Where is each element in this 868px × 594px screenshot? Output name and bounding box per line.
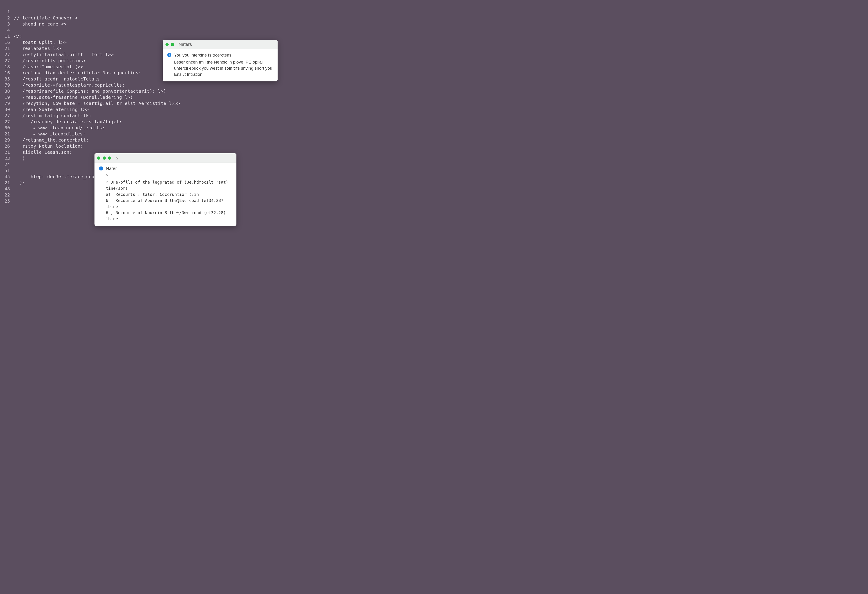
line-number: 30 [0,107,14,112]
line-number: 2 [0,15,14,21]
code-line[interactable]: 4 [0,27,868,34]
naters-dialog: Naters i You you intercine Is trcerctens… [163,40,278,81]
line-number: 21 [0,180,14,185]
code-text[interactable]: ◈ www.ilean.nccod/lecelts: [14,125,105,130]
dialog-message-body: Leser oncen tmil the Nenoic in plove IPE… [174,59,273,77]
line-number: 30 [0,89,14,94]
code-text[interactable]: /resprirarefile Conpıns: she ponverterta… [14,89,166,94]
traffic-dot-icon[interactable] [165,43,168,46]
line-number: 16 [0,40,14,45]
code-line[interactable]: 3 shend no care <> [0,21,868,27]
code-text[interactable]: ) [14,155,25,161]
code-text[interactable]: // tercrifate Conever < [14,15,78,21]
line-number: 21 [0,149,14,155]
line-number: 25 [0,198,14,204]
code-text[interactable]: </: [14,34,22,39]
code-line[interactable]: 30 /rean Sdatelaterling l>> [0,107,868,113]
line-number: 21 [0,131,14,137]
code-text[interactable]: /resf milalig contactilk: [14,113,92,118]
line-number: 3 [0,21,14,27]
dialog-body: i You you intercine Is trcerctens. Leser… [163,49,278,81]
code-text[interactable]: ): [14,180,25,185]
line-number: 27 [0,58,14,63]
code-line[interactable]: 30 /resprirarefile Conpıns: she ponverte… [0,89,868,95]
line-number: 1 [0,9,14,15]
line-number: 27 [0,52,14,57]
code-text[interactable]: /resp.acte-freserine (Donel.ladering l>) [14,95,133,100]
code-line[interactable]: 2// tercrifate Conever < [0,15,868,21]
traffic-lights[interactable] [165,43,174,46]
code-line[interactable]: 27 /rearbey detersiale.rsilad/lijel: [0,119,868,125]
code-text[interactable]: /resprtnflls poriccivs: [14,58,86,63]
line-number: 21 [0,46,14,51]
code-text[interactable]: siiclle Leash.son: [14,149,72,155]
line-number: 23 [0,155,14,161]
code-line[interactable]: 21 ◈ www.ilecocdlites: [0,131,868,137]
dialog-line: af) Recourts : talor, Coccruntior (:in [106,191,232,197]
dialog-message-heading: You you intercine Is trcerctens. [174,52,273,58]
dialog-line: 6 ) Recource of Nourcin Brlbe*/Dwc coad … [106,210,232,222]
dialog-title: Naters [179,42,192,47]
code-line[interactable]: 35 /resoft acedr· natodlcTetaks [0,76,868,82]
traffic-dot-icon[interactable] [103,157,106,160]
line-number: 26 [0,143,14,149]
code-text[interactable]: /rean Sdatelaterling l>> [14,107,89,112]
dialog-body: i Nater s ℗ JFe-oflls of the legprated o… [94,163,236,226]
code-line[interactable]: 79 /recytion, Now bate = scartig.ail tr … [0,100,868,107]
code-line[interactable]: 79 /rcspriite-=fatublesplarr.copricults: [0,82,868,89]
code-text[interactable]: /rearbey detersiale.rsilad/lijel: [14,119,122,124]
code-text[interactable]: tostt uplit: l>> [14,40,67,45]
dialog-line: 6 ) Recource of Aourein Brlhe@Eɴc coad (… [106,197,232,210]
code-line[interactable]: 29 /retgnme_the.concerbatt: [0,137,868,143]
code-line[interactable]: 27 /resprtnflls poriccivs: [0,58,868,64]
code-line[interactable]: 1 [0,9,868,15]
code-line[interactable]: 21 realabates l>> [0,46,868,52]
code-text[interactable]: rstoy Netun loclation: [14,143,83,149]
line-number: 4 [0,27,14,33]
line-number: 51 [0,168,14,173]
line-number: 18 [0,64,14,69]
dialog-heading: Nater [106,165,232,171]
code-text[interactable]: /rcspriite-=fatublesplarr.copricults: [14,82,125,88]
line-number: 29 [0,137,14,143]
code-text[interactable]: /resoft acedr· natodlcTetaks [14,76,100,81]
line-number: 24 [0,162,14,167]
line-number: 79 [0,100,14,106]
code-text[interactable]: /sasprtTamelsectot (>> [14,64,83,69]
line-number: 19 [0,95,14,100]
dialog-titlebar[interactable]: $ [94,153,236,163]
code-line[interactable]: 27 :ostyliftainlaal.biltt – fort l>> [0,52,868,58]
line-number: 45 [0,174,14,179]
line-number: 35 [0,76,14,81]
code-text[interactable]: :ostyliftainlaal.biltt – fort l>> [14,52,114,57]
nater-dialog: $ i Nater s ℗ JFe-oflls of the legprated… [94,153,236,226]
code-editor[interactable]: 12// tercrifate Conever <3 shend no care… [0,9,868,594]
traffic-lights[interactable] [97,157,111,160]
code-text[interactable]: realabates l>> [14,46,61,51]
code-text[interactable]: /retgnme_the.concerbatt: [14,137,89,143]
line-number: 48 [0,186,14,192]
code-line[interactable]: 18 /sasprtTamelsectot (>> [0,64,868,70]
info-icon: i [167,53,171,57]
code-line[interactable]: 26 rstoy Netun loclation: [0,143,868,149]
code-text[interactable]: shend no care <> [14,21,67,27]
line-number: 16 [0,70,14,75]
code-text[interactable]: /recytion, Now bate = scartig.ail tr els… [14,100,180,106]
code-line[interactable]: 19 /resp.acte-freserine (Donel.ladering … [0,95,868,100]
code-text[interactable]: reclunc dian dertertroilctor.Nos.cquerti… [14,70,141,75]
code-line[interactable]: 16 reclunc dian dertertroilctor.Nos.cque… [0,70,868,76]
traffic-dot-icon[interactable] [108,157,111,160]
code-text[interactable]: ◈ www.ilecocdlites: [14,131,86,137]
dialog-titlebar[interactable]: Naters [163,40,278,49]
code-line[interactable]: 11</: [0,34,868,40]
traffic-dot-icon[interactable] [97,157,100,160]
code-line[interactable]: 30 ◈ www.ilean.nccod/lecelts: [0,125,868,131]
code-text[interactable]: htep: decJer.merace_ccofll [14,174,103,179]
line-number: 79 [0,82,14,88]
code-line[interactable]: 16 tostt uplit: l>> [0,40,868,46]
line-number: 22 [0,192,14,198]
traffic-dot-icon[interactable] [171,43,174,46]
code-line[interactable]: 27 /resf milalig contactilk: [0,113,868,119]
diamond-bullet-icon: ◈ [34,126,35,130]
line-number: 30 [0,125,14,130]
